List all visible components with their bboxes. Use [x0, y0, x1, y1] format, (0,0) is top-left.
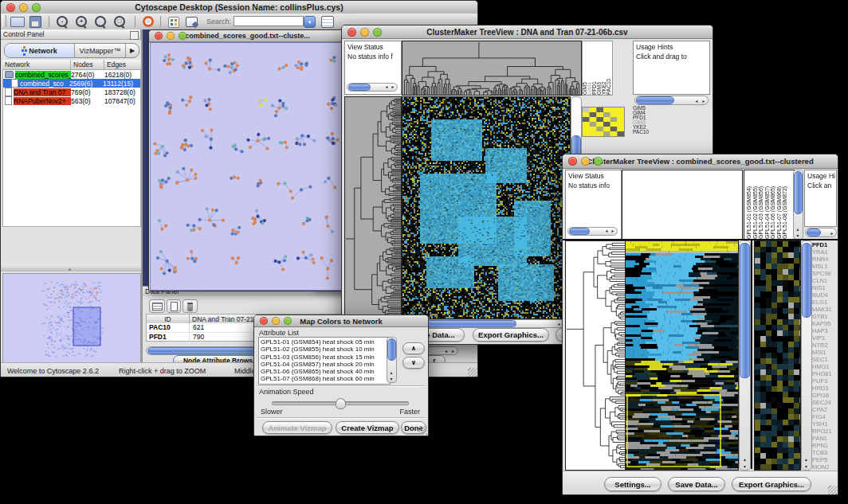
new-attribute-icon[interactable]	[167, 299, 181, 313]
scroll-right-icon[interactable]: ▸	[701, 97, 707, 104]
annotation-icon[interactable]	[186, 17, 198, 27]
gene-label[interactable]: MAK31	[812, 306, 838, 313]
scroll-left-icon[interactable]: ◂	[442, 347, 450, 354]
col-id-header[interactable]: ID	[147, 315, 190, 323]
zoom-fit-icon[interactable]	[95, 16, 106, 27]
minimize-icon[interactable]	[167, 32, 175, 40]
tab-overflow-arrow-icon[interactable]: ▶	[126, 44, 139, 57]
gene-label[interactable]: PHO81	[812, 370, 838, 377]
resize-grip[interactable]	[828, 486, 837, 494]
slider-thumb[interactable]	[336, 398, 346, 409]
close-icon[interactable]	[568, 157, 577, 166]
scroll-down-icon[interactable]: ▾	[803, 463, 810, 469]
scroll-down-icon[interactable]: ▾	[741, 463, 748, 469]
close-icon[interactable]	[347, 28, 356, 37]
col-edges[interactable]: Edges	[104, 60, 141, 69]
column-labels-scrollbar[interactable]: ▴ ▾	[793, 170, 803, 240]
network-window-1-title-bar[interactable]: combined_scores_good.txt--cluste...	[149, 30, 346, 42]
usage-hints-scrollbar[interactable]: ▸	[805, 228, 837, 237]
zoom-heatmap-canvas[interactable]	[754, 240, 801, 471]
scroll-up-icon[interactable]: ▴	[803, 455, 810, 462]
attribute-item[interactable]: GPL51-02 (GSM855) heat shock 10 min	[261, 346, 388, 353]
column-label[interactable]: PAC10	[607, 41, 611, 95]
tab-network[interactable]: Network	[5, 44, 75, 57]
gene-label[interactable]: CLN1	[812, 277, 838, 284]
zoom-in-icon[interactable]: +	[76, 16, 87, 27]
scroll-right-icon[interactable]: ▸	[390, 84, 396, 90]
main-title-bar[interactable]: Cytoscape Desktop (Session Name: collins…	[1, 1, 477, 14]
settings-button[interactable]: Settings...	[604, 477, 662, 491]
gene-label[interactable]: HRD3	[812, 385, 838, 392]
column-dendrogram-canvas[interactable]	[402, 41, 582, 96]
column-dendrogram-area[interactable]	[622, 170, 743, 240]
zoom-window-icon[interactable]	[32, 3, 41, 12]
gene-label[interactable]: PEP5	[812, 456, 838, 463]
minimize-icon[interactable]	[360, 28, 369, 37]
scroll-right-icon[interactable]: ▸	[829, 229, 835, 236]
zoom-selected-icon[interactable]: □	[114, 16, 125, 27]
table-grid-icon[interactable]	[149, 299, 165, 313]
gene-label[interactable]: MON2	[812, 463, 838, 470]
scroll-thumb[interactable]	[348, 84, 371, 91]
close-icon[interactable]	[155, 32, 163, 40]
usage-hints-scrollbar[interactable]: ◂ ▸	[634, 96, 709, 105]
gene-label[interactable]: SPC98	[812, 270, 838, 277]
heatmap-vscrollbar[interactable]: ▴ ▾	[739, 240, 751, 471]
save-data-button[interactable]: Save Data...	[668, 477, 725, 491]
zoom-window-icon[interactable]	[284, 317, 292, 325]
plugin-manager-icon[interactable]	[168, 17, 179, 28]
scroll-thumb[interactable]	[802, 243, 811, 318]
scroll-thumb[interactable]	[807, 229, 821, 236]
attribute-item[interactable]: GPL51-03 (GSM856) heat shock 15 min	[261, 354, 388, 361]
gene-label[interactable]: CPA2	[812, 406, 838, 413]
attribute-table-icon[interactable]	[321, 16, 334, 28]
gene-label[interactable]: PAN1	[812, 435, 838, 442]
col-network[interactable]: Network	[2, 60, 71, 69]
attribute-list[interactable]: GPL51-01 (GSM854) heat shock 05 minGPL51…	[258, 337, 391, 385]
save-icon[interactable]	[29, 16, 41, 28]
gene-label[interactable]: PUF3	[812, 377, 838, 385]
gene-label[interactable]: YSH1	[812, 420, 838, 428]
row-dendrogram-canvas[interactable]	[344, 96, 402, 319]
heatmap-canvas[interactable]	[625, 240, 739, 471]
open-file-icon[interactable]	[10, 17, 25, 27]
view-status-scrollbar[interactable]: ◂ ▸	[567, 227, 618, 236]
attribute-item[interactable]: GPL51-04 (GSM857) heat shock 20 min	[261, 361, 388, 368]
animation-speed-slider[interactable]	[272, 401, 409, 405]
close-icon[interactable]	[260, 317, 268, 325]
delete-attribute-icon[interactable]	[183, 299, 198, 313]
scroll-thumb[interactable]	[387, 338, 396, 361]
scroll-thumb[interactable]	[636, 96, 674, 104]
panel-splitter[interactable]	[1, 267, 141, 272]
gene-label[interactable]: FIG4	[812, 413, 838, 420]
treeview1-title-bar[interactable]: ClusterMaker TreeView : DNA and Tran 07-…	[342, 25, 713, 39]
gene-label[interactable]: VIP1	[812, 334, 838, 342]
scroll-left-icon[interactable]: ◂	[603, 228, 610, 234]
export-graphics-button[interactable]: Export Graphics...	[473, 328, 549, 342]
column-label[interactable]: GPL51-08 (GSM872)	[782, 170, 788, 239]
close-icon[interactable]	[6, 3, 15, 12]
gene-label[interactable]: RPN1	[812, 442, 838, 449]
gene-label[interactable]: RNR4	[812, 256, 838, 263]
treeview2-title-bar[interactable]: ClusterMaker TreeView : combined_scores_…	[563, 154, 838, 169]
scroll-down-icon[interactable]: ▾	[388, 375, 395, 381]
scroll-right-icon[interactable]: ▸	[610, 228, 616, 234]
gene-label[interactable]: PFD1	[812, 241, 838, 248]
zoom-window-icon[interactable]	[179, 32, 186, 40]
network-row[interactable]: combined_scores_ 2764(0) 16218(0)	[3, 70, 140, 79]
column-label[interactable]: GPL51-01 (GSM854)	[746, 170, 752, 239]
move-down-button[interactable]: ∨	[402, 357, 425, 369]
scroll-left-icon[interactable]: ◂	[383, 84, 390, 90]
gene-label[interactable]: SEC24	[812, 399, 838, 406]
gene-label[interactable]: RPO21	[812, 428, 838, 435]
toolbar-handle[interactable]	[2, 15, 6, 27]
zoom-window-icon[interactable]	[373, 28, 382, 37]
help-lifering-icon[interactable]	[143, 16, 154, 27]
view-status-scrollbar[interactable]: ◂ ▸	[347, 83, 398, 92]
tab-vizmapper[interactable]: VizMapper™	[75, 44, 126, 57]
zoom-heatmap-canvas[interactable]	[582, 107, 625, 137]
gene-label[interactable]: GTB1	[812, 313, 838, 320]
gene-label[interactable]: YRA1	[812, 248, 838, 256]
scroll-left-icon[interactable]: ◂	[556, 320, 562, 326]
resize-grip[interactable]	[418, 426, 427, 435]
